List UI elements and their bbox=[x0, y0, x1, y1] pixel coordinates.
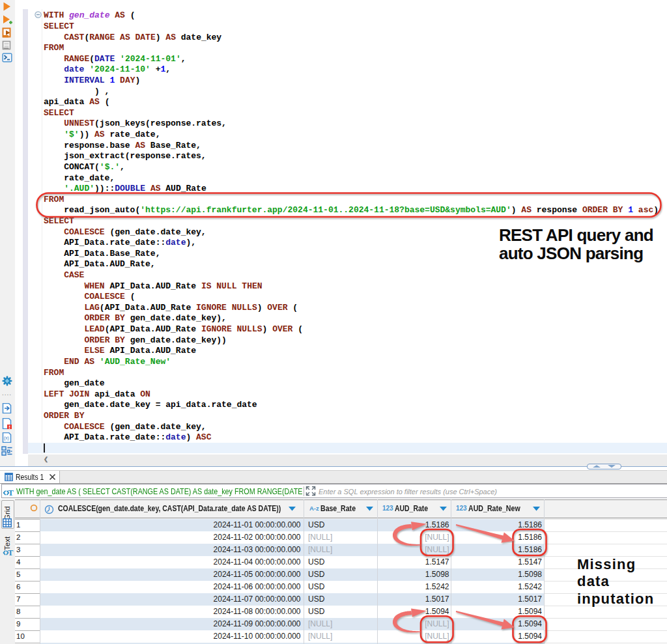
svg-text:T: T bbox=[8, 488, 14, 497]
svg-text:T: T bbox=[8, 548, 14, 557]
svg-text:(x): (x) bbox=[4, 436, 9, 441]
